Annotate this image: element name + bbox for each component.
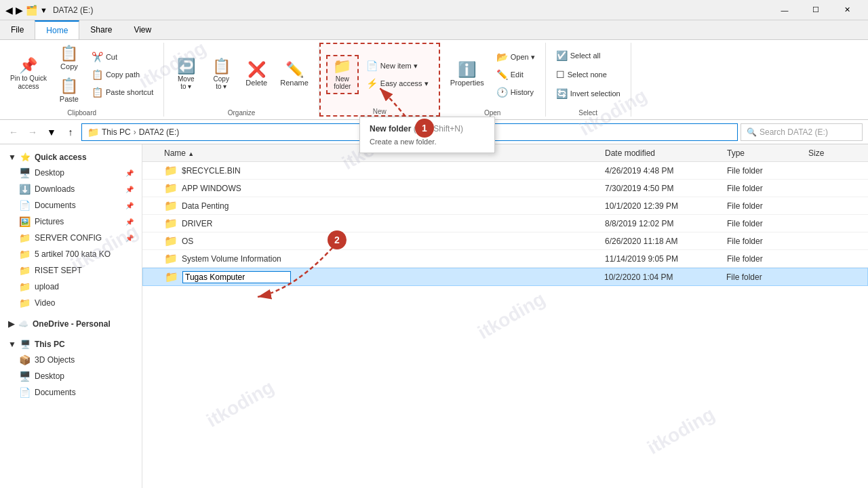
- sidebar-item-documents2[interactable]: 📄 Documents: [0, 384, 142, 401]
- clipboard-label: Clipboard: [67, 106, 96, 117]
- new-folder-icon: 📁: [333, 59, 351, 74]
- pin-icon: 📌: [19, 58, 37, 73]
- tab-home[interactable]: Home: [35, 20, 79, 39]
- folder-rename-input[interactable]: [182, 271, 291, 283]
- file-type: File folder: [727, 184, 808, 193]
- copy-path-button[interactable]: 📋 Copy path: [87, 66, 158, 83]
- file-row[interactable]: 📁 DRIVER 8/8/2019 12:02 PM File folder: [142, 215, 868, 232]
- onedrive-header[interactable]: ▶ ☁️ OneDrive - Personal: [0, 317, 142, 331]
- folder-icon: 📁: [164, 182, 178, 195]
- main-layout: ▼ ⭐ Quick access 🖥️ Desktop 📌 ⬇️ Downloa…: [0, 144, 868, 488]
- pin-label: Pin to Quickaccess: [10, 75, 47, 91]
- file-type: File folder: [727, 237, 808, 246]
- history-button[interactable]: 🕐 History: [492, 84, 540, 100]
- back-button[interactable]: ←: [5, 124, 22, 140]
- pictures-icon: 🖼️: [19, 216, 31, 227]
- forward-button[interactable]: →: [24, 124, 41, 140]
- this-pc-header[interactable]: ▼ 🖥️ This PC: [0, 337, 142, 352]
- organize-label: Organize: [228, 106, 256, 117]
- maximize-button[interactable]: ☐: [800, 0, 831, 20]
- cut-button[interactable]: ✂️ Cut: [87, 49, 158, 65]
- select-none-button[interactable]: ☐ Select none: [551, 66, 612, 83]
- move-to-button[interactable]: ↩️ Moveto ▾: [170, 56, 202, 94]
- tab-file[interactable]: File: [0, 20, 35, 39]
- server-config-icon: 📁: [19, 232, 31, 243]
- expand-icon[interactable]: ▼: [40, 6, 47, 14]
- new-item-icon: 📄: [366, 60, 378, 71]
- copy-label: Copy: [60, 62, 78, 70]
- open-icon: 📂: [496, 52, 508, 62]
- file-type: File folder: [727, 254, 808, 264]
- invert-selection-button[interactable]: 🔄 Invert selection: [551, 85, 625, 102]
- path-data2[interactable]: DATA2 (E:): [139, 127, 180, 137]
- file-list: Name ▲ Date modified Type Size 📁 $RECYCL…: [142, 144, 868, 488]
- paste-icon: 📋: [60, 79, 78, 94]
- minimize-button[interactable]: —: [769, 0, 800, 20]
- edit-button[interactable]: ✏️ Edit: [492, 66, 540, 83]
- new-folder-button[interactable]: 📁 Newfolder: [326, 55, 359, 94]
- ribbon-clipboard-content: 📌 Pin to Quickaccess 📋 Copy 📋 Paste: [5, 43, 158, 106]
- this-pc-icon: 🖥️: [20, 340, 31, 349]
- sidebar-item-pictures[interactable]: 🖼️ Pictures 📌: [0, 214, 142, 230]
- sidebar-item-5artikel[interactable]: 📁 5 artikel 700 kata KO: [0, 246, 142, 262]
- sidebar-item-server-config[interactable]: 📁 SERVER CONFIG 📌: [0, 230, 142, 246]
- upload-icon: 📁: [19, 281, 31, 292]
- file-row[interactable]: 📁 Data Penting 10/1/2020 12:39 PM File f…: [142, 197, 868, 215]
- sidebar-item-documents[interactable]: 📄 Documents 📌: [0, 197, 142, 214]
- easy-access-button[interactable]: ⚡ Easy access ▾: [361, 75, 433, 92]
- pin-downloads-icon: 📌: [125, 186, 134, 193]
- col-header-date[interactable]: Date modified: [605, 148, 727, 158]
- file-row-selected[interactable]: 📁 10/2/2020 1:04 PM File folder: [142, 268, 868, 286]
- copy-to-button[interactable]: 📋 Copyto ▾: [205, 56, 237, 94]
- file-name: System Volume Information: [182, 254, 281, 264]
- properties-button[interactable]: ℹ️ Properties: [446, 59, 489, 90]
- select-all-label: Select all: [570, 52, 601, 60]
- copy-to-label: Copyto ▾: [214, 75, 229, 90]
- copy-button[interactable]: 📋 Copy: [54, 43, 84, 74]
- paste-shortcut-button[interactable]: 📋 Paste shortcut: [87, 84, 158, 100]
- ribbon-group-new: 📁 Newfolder 📄 New item ▾ ⚡ Easy access ▾…: [319, 43, 440, 117]
- onedrive-icon: ☁️: [18, 319, 28, 329]
- up-directory-button[interactable]: ↑: [62, 124, 79, 140]
- search-box[interactable]: 🔍 Search DATA2 (E:): [741, 123, 863, 141]
- col-header-size[interactable]: Size: [808, 148, 863, 158]
- path-this-pc[interactable]: This PC: [102, 127, 131, 137]
- folder-icon: 📁: [164, 252, 178, 265]
- new-item-button[interactable]: 📄 New item ▾: [361, 58, 433, 74]
- file-row[interactable]: 📁 APP WINDOWS 7/30/2019 4:50 PM File fol…: [142, 180, 868, 197]
- col-header-type[interactable]: Type: [727, 148, 808, 158]
- ribbon-group-organize: ↩️ Moveto ▾ 📋 Copyto ▾ ❌ Delete ✏️ Renam…: [164, 43, 319, 117]
- file-row[interactable]: 📁 $RECYCLE.BIN 4/26/2019 4:48 PM File fo…: [142, 162, 868, 180]
- select-all-button[interactable]: ☑️ Select all: [551, 47, 606, 64]
- file-date: 10/2/2020 1:04 PM: [604, 272, 726, 282]
- select-none-icon: ☐: [556, 69, 565, 80]
- sidebar-item-upload[interactable]: 📁 upload: [0, 279, 142, 295]
- rename-button[interactable]: ✏️ Rename: [275, 59, 313, 90]
- open-button[interactable]: 📂 Open ▾: [492, 49, 540, 65]
- title-bar: ◀ ▶ 🗂️ ▼ DATA2 (E:) — ☐ ✕: [0, 0, 868, 20]
- copy-icon: 📋: [60, 46, 78, 61]
- tab-view[interactable]: View: [123, 20, 162, 39]
- tab-share[interactable]: Share: [79, 20, 123, 39]
- delete-button[interactable]: ❌ Delete: [240, 59, 273, 90]
- sidebar-item-riset[interactable]: 📁 RISET SEPT: [0, 262, 142, 279]
- desktop2-icon: 🖥️: [19, 371, 31, 382]
- sidebar-item-downloads[interactable]: ⬇️ Downloads 📌: [0, 181, 142, 197]
- close-button[interactable]: ✕: [831, 0, 863, 20]
- paste-button[interactable]: 📋 Paste: [54, 75, 84, 106]
- desktop-icon: 🖥️: [19, 167, 31, 178]
- sidebar-item-video[interactable]: 📁 Video: [0, 295, 142, 311]
- delete-label: Delete: [245, 79, 267, 87]
- pin-to-quick-access-button[interactable]: 📌 Pin to Quickaccess: [5, 55, 52, 94]
- step-1-circle: 1: [415, 119, 434, 138]
- sidebar-item-desktop[interactable]: 🖥️ Desktop 📌: [0, 165, 142, 181]
- quick-access-header[interactable]: ▼ ⭐ Quick access: [0, 150, 142, 165]
- rename-icon: ✏️: [285, 62, 304, 77]
- sidebar-item-desktop2[interactable]: 🖥️ Desktop: [0, 368, 142, 384]
- ribbon-new-content: 📁 Newfolder 📄 New item ▾ ⚡ Easy access ▾: [326, 44, 433, 105]
- recent-locations-button[interactable]: ▼: [43, 124, 60, 140]
- file-row[interactable]: 📁 System Volume Information 11/14/2019 9…: [142, 250, 868, 268]
- file-row[interactable]: 📁 OS 6/26/2020 11:18 AM File folder: [142, 232, 868, 250]
- sidebar-item-3d-objects[interactable]: 📦 3D Objects: [0, 352, 142, 368]
- cut-icon: ✂️: [92, 52, 103, 62]
